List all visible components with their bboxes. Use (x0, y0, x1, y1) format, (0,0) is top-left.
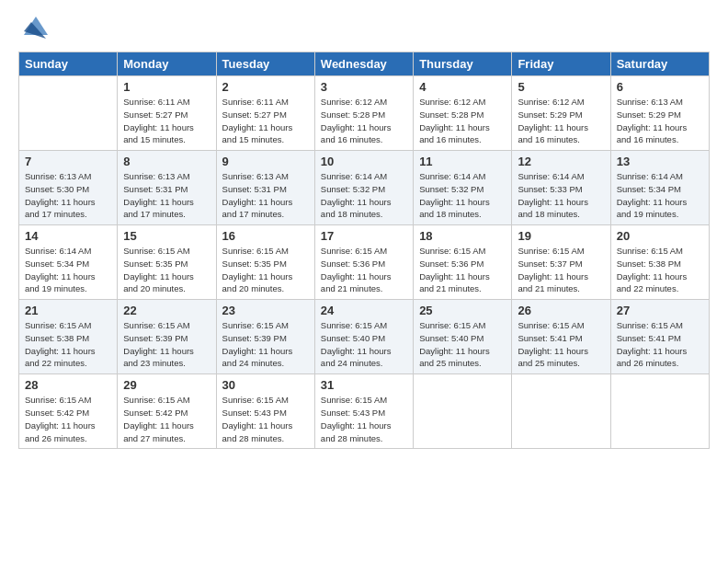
day-number: 27 (617, 304, 703, 317)
day-number: 30 (222, 378, 309, 392)
day-number: 11 (419, 155, 506, 168)
day-cell: 14Sunrise: 6:14 AMSunset: 5:34 PMDayligh… (19, 225, 118, 300)
day-number: 7 (25, 155, 111, 168)
day-cell: 28Sunrise: 6:15 AMSunset: 5:42 PMDayligh… (19, 374, 118, 449)
day-info: Sunrise: 6:14 AMSunset: 5:32 PMDaylight:… (321, 170, 407, 221)
day-info: Sunrise: 6:15 AMSunset: 5:35 PMDaylight:… (222, 245, 309, 295)
day-info: Sunrise: 6:13 AMSunset: 5:29 PMDaylight:… (617, 96, 703, 146)
day-number: 13 (617, 155, 703, 168)
day-info: Sunrise: 6:15 AMSunset: 5:40 PMDaylight:… (321, 319, 407, 370)
header-saturday: Saturday (610, 52, 709, 76)
day-number: 2 (222, 80, 309, 94)
day-number: 6 (617, 80, 703, 94)
day-number: 31 (321, 378, 407, 392)
day-info: Sunrise: 6:15 AMSunset: 5:38 PMDaylight:… (25, 319, 111, 370)
day-number: 8 (123, 155, 210, 168)
day-number: 20 (617, 229, 703, 243)
day-cell: 10Sunrise: 6:14 AMSunset: 5:32 PMDayligh… (314, 151, 413, 225)
header-tuesday: Tuesday (216, 52, 314, 76)
day-info: Sunrise: 6:13 AMSunset: 5:30 PMDaylight:… (25, 170, 111, 221)
day-cell: 18Sunrise: 6:15 AMSunset: 5:36 PMDayligh… (414, 225, 512, 300)
day-cell: 22Sunrise: 6:15 AMSunset: 5:39 PMDayligh… (118, 300, 216, 374)
day-cell: 8Sunrise: 6:13 AMSunset: 5:31 PMDaylight… (118, 151, 216, 225)
week-row-2: 7Sunrise: 6:13 AMSunset: 5:30 PMDaylight… (19, 151, 710, 225)
day-number: 16 (222, 229, 309, 243)
day-cell: 9Sunrise: 6:13 AMSunset: 5:31 PMDaylight… (216, 151, 314, 225)
day-info: Sunrise: 6:15 AMSunset: 5:39 PMDaylight:… (222, 319, 309, 370)
page: SundayMondayTuesdayWednesdayThursdayFrid… (0, 0, 728, 563)
day-info: Sunrise: 6:15 AMSunset: 5:36 PMDaylight:… (321, 245, 407, 295)
day-info: Sunrise: 6:12 AMSunset: 5:28 PMDaylight:… (321, 96, 407, 146)
header-monday: Monday (118, 52, 216, 76)
day-cell: 30Sunrise: 6:15 AMSunset: 5:43 PMDayligh… (216, 374, 314, 449)
day-number: 24 (321, 304, 407, 317)
day-cell: 27Sunrise: 6:15 AMSunset: 5:41 PMDayligh… (610, 300, 709, 374)
day-cell (610, 374, 709, 449)
day-cell: 5Sunrise: 6:12 AMSunset: 5:29 PMDaylight… (512, 76, 610, 151)
day-info: Sunrise: 6:15 AMSunset: 5:37 PMDaylight:… (518, 245, 604, 295)
day-info: Sunrise: 6:14 AMSunset: 5:34 PMDaylight:… (617, 170, 703, 221)
day-cell: 15Sunrise: 6:15 AMSunset: 5:35 PMDayligh… (118, 225, 216, 300)
day-cell: 26Sunrise: 6:15 AMSunset: 5:41 PMDayligh… (512, 300, 610, 374)
day-number: 18 (419, 229, 506, 243)
day-info: Sunrise: 6:15 AMSunset: 5:43 PMDaylight:… (222, 394, 309, 444)
day-cell: 21Sunrise: 6:15 AMSunset: 5:38 PMDayligh… (19, 300, 118, 374)
day-number: 1 (123, 80, 210, 94)
day-info: Sunrise: 6:15 AMSunset: 5:40 PMDaylight:… (419, 319, 506, 370)
week-row-5: 28Sunrise: 6:15 AMSunset: 5:42 PMDayligh… (19, 374, 710, 449)
day-cell: 4Sunrise: 6:12 AMSunset: 5:28 PMDaylight… (414, 76, 512, 151)
day-cell: 31Sunrise: 6:15 AMSunset: 5:43 PMDayligh… (314, 374, 413, 449)
day-info: Sunrise: 6:15 AMSunset: 5:35 PMDaylight:… (123, 245, 210, 295)
day-info: Sunrise: 6:13 AMSunset: 5:31 PMDaylight:… (123, 170, 210, 221)
day-cell: 7Sunrise: 6:13 AMSunset: 5:30 PMDaylight… (19, 151, 118, 225)
day-cell: 20Sunrise: 6:15 AMSunset: 5:38 PMDayligh… (610, 225, 709, 300)
day-info: Sunrise: 6:15 AMSunset: 5:42 PMDaylight:… (25, 394, 111, 444)
day-cell: 19Sunrise: 6:15 AMSunset: 5:37 PMDayligh… (512, 225, 610, 300)
header-friday: Friday (512, 52, 610, 76)
logo (18, 15, 50, 42)
header (18, 15, 710, 42)
header-wednesday: Wednesday (314, 52, 413, 76)
day-number: 12 (518, 155, 604, 168)
day-number: 10 (321, 155, 407, 168)
day-number: 5 (518, 80, 604, 94)
day-info: Sunrise: 6:12 AMSunset: 5:28 PMDaylight:… (419, 96, 506, 146)
day-cell: 29Sunrise: 6:15 AMSunset: 5:42 PMDayligh… (118, 374, 216, 449)
day-cell: 6Sunrise: 6:13 AMSunset: 5:29 PMDaylight… (610, 76, 709, 151)
day-cell: 13Sunrise: 6:14 AMSunset: 5:34 PMDayligh… (610, 151, 709, 225)
header-thursday: Thursday (414, 52, 512, 76)
day-cell: 3Sunrise: 6:12 AMSunset: 5:28 PMDaylight… (314, 76, 413, 151)
day-cell: 2Sunrise: 6:11 AMSunset: 5:27 PMDaylight… (216, 76, 314, 151)
day-cell: 12Sunrise: 6:14 AMSunset: 5:33 PMDayligh… (512, 151, 610, 225)
header-row: SundayMondayTuesdayWednesdayThursdayFrid… (19, 52, 710, 76)
day-info: Sunrise: 6:11 AMSunset: 5:27 PMDaylight:… (222, 96, 309, 146)
day-info: Sunrise: 6:13 AMSunset: 5:31 PMDaylight:… (222, 170, 309, 221)
logo-icon (22, 15, 50, 42)
day-info: Sunrise: 6:15 AMSunset: 5:42 PMDaylight:… (123, 394, 210, 444)
day-cell: 24Sunrise: 6:15 AMSunset: 5:40 PMDayligh… (314, 300, 413, 374)
day-info: Sunrise: 6:15 AMSunset: 5:36 PMDaylight:… (419, 245, 506, 295)
day-info: Sunrise: 6:15 AMSunset: 5:41 PMDaylight:… (518, 319, 604, 370)
day-number: 23 (222, 304, 309, 317)
day-number: 9 (222, 155, 309, 168)
day-number: 26 (518, 304, 604, 317)
week-row-4: 21Sunrise: 6:15 AMSunset: 5:38 PMDayligh… (19, 300, 710, 374)
week-row-1: 1Sunrise: 6:11 AMSunset: 5:27 PMDaylight… (19, 76, 710, 151)
day-info: Sunrise: 6:14 AMSunset: 5:34 PMDaylight:… (25, 245, 111, 295)
day-cell: 25Sunrise: 6:15 AMSunset: 5:40 PMDayligh… (414, 300, 512, 374)
day-number: 17 (321, 229, 407, 243)
calendar-table: SundayMondayTuesdayWednesdayThursdayFrid… (18, 52, 710, 449)
day-number: 14 (25, 229, 111, 243)
day-cell (19, 76, 118, 151)
day-number: 15 (123, 229, 210, 243)
day-info: Sunrise: 6:14 AMSunset: 5:32 PMDaylight:… (419, 170, 506, 221)
day-info: Sunrise: 6:15 AMSunset: 5:39 PMDaylight:… (123, 319, 210, 370)
day-number: 28 (25, 378, 111, 392)
day-number: 3 (321, 80, 407, 94)
day-number: 29 (123, 378, 210, 392)
day-number: 4 (419, 80, 506, 94)
day-cell: 11Sunrise: 6:14 AMSunset: 5:32 PMDayligh… (414, 151, 512, 225)
day-number: 25 (419, 304, 506, 317)
day-info: Sunrise: 6:12 AMSunset: 5:29 PMDaylight:… (518, 96, 604, 146)
day-cell: 23Sunrise: 6:15 AMSunset: 5:39 PMDayligh… (216, 300, 314, 374)
